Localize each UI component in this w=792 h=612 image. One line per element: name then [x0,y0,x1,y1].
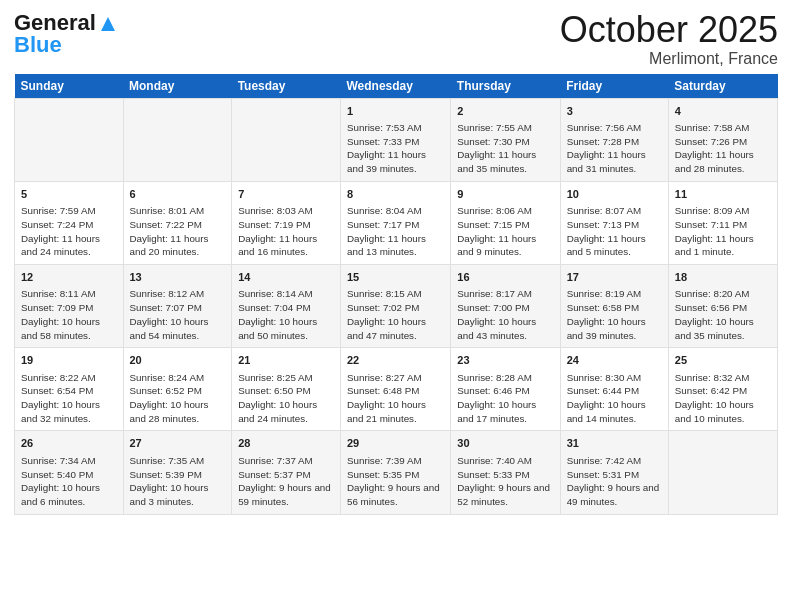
calendar-cell: 25Sunrise: 8:32 AMSunset: 6:42 PMDayligh… [668,348,777,431]
day-info: Sunrise: 8:01 AMSunset: 7:22 PMDaylight:… [130,204,226,259]
calendar-cell: 20Sunrise: 8:24 AMSunset: 6:52 PMDayligh… [123,348,232,431]
day-number: 15 [347,270,444,285]
col-saturday: Saturday [668,74,777,99]
day-number: 10 [567,187,662,202]
day-number: 17 [567,270,662,285]
day-number: 5 [21,187,117,202]
day-number: 21 [238,353,334,368]
calendar-cell [668,431,777,514]
day-info: Sunrise: 8:12 AMSunset: 7:07 PMDaylight:… [130,287,226,342]
calendar-cell: 16Sunrise: 8:17 AMSunset: 7:00 PMDayligh… [451,265,560,348]
calendar-title: October 2025 [560,10,778,50]
title-block: October 2025 Merlimont, France [560,10,778,68]
day-number: 8 [347,187,444,202]
day-number: 23 [457,353,553,368]
day-number: 7 [238,187,334,202]
calendar-cell: 13Sunrise: 8:12 AMSunset: 7:07 PMDayligh… [123,265,232,348]
calendar-cell: 22Sunrise: 8:27 AMSunset: 6:48 PMDayligh… [341,348,451,431]
page: General Blue October 2025 Merlimont, Fra… [0,0,792,612]
day-number: 13 [130,270,226,285]
svg-marker-0 [101,17,115,31]
calendar-cell: 10Sunrise: 8:07 AMSunset: 7:13 PMDayligh… [560,181,668,264]
day-number: 6 [130,187,226,202]
logo-triangle-icon [97,13,119,35]
day-info: Sunrise: 7:56 AMSunset: 7:28 PMDaylight:… [567,121,662,176]
day-info: Sunrise: 7:34 AMSunset: 5:40 PMDaylight:… [21,454,117,509]
col-friday: Friday [560,74,668,99]
calendar-cell: 24Sunrise: 8:30 AMSunset: 6:44 PMDayligh… [560,348,668,431]
day-info: Sunrise: 7:55 AMSunset: 7:30 PMDaylight:… [457,121,553,176]
day-number: 28 [238,436,334,451]
calendar-cell: 29Sunrise: 7:39 AMSunset: 5:35 PMDayligh… [341,431,451,514]
calendar-subtitle: Merlimont, France [560,50,778,68]
calendar-cell: 26Sunrise: 7:34 AMSunset: 5:40 PMDayligh… [15,431,124,514]
day-number: 29 [347,436,444,451]
calendar-cell: 6Sunrise: 8:01 AMSunset: 7:22 PMDaylight… [123,181,232,264]
day-info: Sunrise: 8:04 AMSunset: 7:17 PMDaylight:… [347,204,444,259]
day-number: 18 [675,270,771,285]
day-number: 11 [675,187,771,202]
day-info: Sunrise: 8:27 AMSunset: 6:48 PMDaylight:… [347,371,444,426]
day-info: Sunrise: 8:25 AMSunset: 6:50 PMDaylight:… [238,371,334,426]
calendar-cell: 14Sunrise: 8:14 AMSunset: 7:04 PMDayligh… [232,265,341,348]
day-number: 12 [21,270,117,285]
day-number: 19 [21,353,117,368]
day-info: Sunrise: 7:42 AMSunset: 5:31 PMDaylight:… [567,454,662,509]
day-number: 30 [457,436,553,451]
day-number: 22 [347,353,444,368]
calendar-cell: 4Sunrise: 7:58 AMSunset: 7:26 PMDaylight… [668,98,777,181]
calendar-cell: 12Sunrise: 8:11 AMSunset: 7:09 PMDayligh… [15,265,124,348]
calendar-cell: 28Sunrise: 7:37 AMSunset: 5:37 PMDayligh… [232,431,341,514]
day-info: Sunrise: 8:15 AMSunset: 7:02 PMDaylight:… [347,287,444,342]
day-number: 24 [567,353,662,368]
day-info: Sunrise: 8:20 AMSunset: 6:56 PMDaylight:… [675,287,771,342]
day-number: 3 [567,104,662,119]
day-info: Sunrise: 7:59 AMSunset: 7:24 PMDaylight:… [21,204,117,259]
calendar-cell: 5Sunrise: 7:59 AMSunset: 7:24 PMDaylight… [15,181,124,264]
day-number: 14 [238,270,334,285]
calendar-cell: 3Sunrise: 7:56 AMSunset: 7:28 PMDaylight… [560,98,668,181]
col-thursday: Thursday [451,74,560,99]
col-wednesday: Wednesday [341,74,451,99]
day-info: Sunrise: 8:14 AMSunset: 7:04 PMDaylight:… [238,287,334,342]
day-info: Sunrise: 8:19 AMSunset: 6:58 PMDaylight:… [567,287,662,342]
week-row-2: 5Sunrise: 7:59 AMSunset: 7:24 PMDaylight… [15,181,778,264]
day-info: Sunrise: 7:37 AMSunset: 5:37 PMDaylight:… [238,454,334,509]
day-info: Sunrise: 8:24 AMSunset: 6:52 PMDaylight:… [130,371,226,426]
day-number: 26 [21,436,117,451]
day-info: Sunrise: 8:22 AMSunset: 6:54 PMDaylight:… [21,371,117,426]
calendar-table: Sunday Monday Tuesday Wednesday Thursday… [14,74,778,515]
day-info: Sunrise: 8:17 AMSunset: 7:00 PMDaylight:… [457,287,553,342]
calendar-cell [123,98,232,181]
header: General Blue October 2025 Merlimont, Fra… [14,10,778,68]
calendar-cell: 23Sunrise: 8:28 AMSunset: 6:46 PMDayligh… [451,348,560,431]
week-row-1: 1Sunrise: 7:53 AMSunset: 7:33 PMDaylight… [15,98,778,181]
day-info: Sunrise: 8:06 AMSunset: 7:15 PMDaylight:… [457,204,553,259]
calendar-cell: 2Sunrise: 7:55 AMSunset: 7:30 PMDaylight… [451,98,560,181]
header-row: Sunday Monday Tuesday Wednesday Thursday… [15,74,778,99]
day-info: Sunrise: 8:32 AMSunset: 6:42 PMDaylight:… [675,371,771,426]
day-number: 4 [675,104,771,119]
day-info: Sunrise: 8:09 AMSunset: 7:11 PMDaylight:… [675,204,771,259]
calendar-cell: 19Sunrise: 8:22 AMSunset: 6:54 PMDayligh… [15,348,124,431]
day-info: Sunrise: 7:58 AMSunset: 7:26 PMDaylight:… [675,121,771,176]
day-info: Sunrise: 8:28 AMSunset: 6:46 PMDaylight:… [457,371,553,426]
day-number: 27 [130,436,226,451]
calendar-cell: 21Sunrise: 8:25 AMSunset: 6:50 PMDayligh… [232,348,341,431]
logo: General Blue [14,10,119,58]
week-row-3: 12Sunrise: 8:11 AMSunset: 7:09 PMDayligh… [15,265,778,348]
day-number: 16 [457,270,553,285]
calendar-cell: 27Sunrise: 7:35 AMSunset: 5:39 PMDayligh… [123,431,232,514]
col-sunday: Sunday [15,74,124,99]
day-number: 25 [675,353,771,368]
day-info: Sunrise: 8:03 AMSunset: 7:19 PMDaylight:… [238,204,334,259]
day-info: Sunrise: 7:40 AMSunset: 5:33 PMDaylight:… [457,454,553,509]
day-info: Sunrise: 8:11 AMSunset: 7:09 PMDaylight:… [21,287,117,342]
calendar-cell: 30Sunrise: 7:40 AMSunset: 5:33 PMDayligh… [451,431,560,514]
calendar-cell: 9Sunrise: 8:06 AMSunset: 7:15 PMDaylight… [451,181,560,264]
calendar-cell: 11Sunrise: 8:09 AMSunset: 7:11 PMDayligh… [668,181,777,264]
week-row-4: 19Sunrise: 8:22 AMSunset: 6:54 PMDayligh… [15,348,778,431]
day-info: Sunrise: 7:39 AMSunset: 5:35 PMDaylight:… [347,454,444,509]
day-info: Sunrise: 7:35 AMSunset: 5:39 PMDaylight:… [130,454,226,509]
calendar-cell [232,98,341,181]
